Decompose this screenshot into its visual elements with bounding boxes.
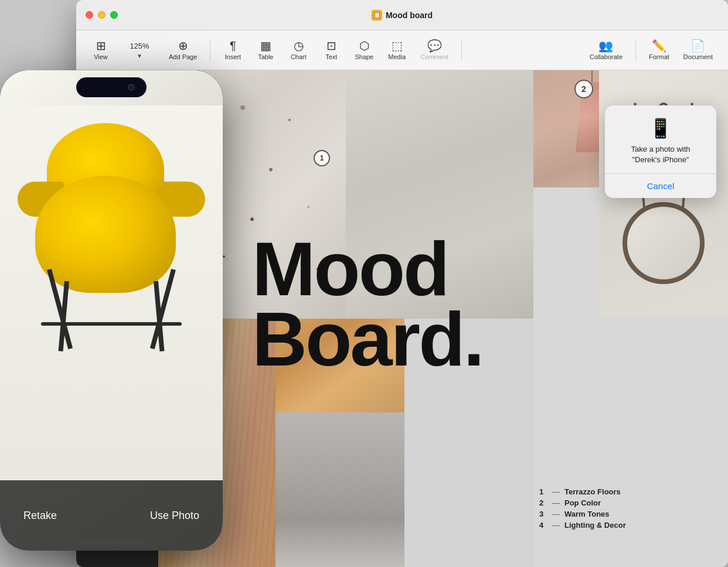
iphone-body: Retake Use Photo bbox=[0, 70, 223, 551]
legend-dash-1: — bbox=[552, 487, 560, 496]
view-button[interactable]: ⊞ View bbox=[86, 36, 116, 64]
app-icon: 📋 bbox=[372, 10, 382, 21]
iphone-overlay: Retake Use Photo bbox=[0, 70, 229, 565]
legend-num-3: 3 bbox=[539, 510, 547, 518]
format-button[interactable]: ✏️ Format bbox=[643, 36, 675, 64]
media-icon: ⬚ bbox=[392, 40, 403, 52]
toolbar-separator-2 bbox=[461, 40, 462, 61]
add-page-icon: ⊕ bbox=[178, 40, 188, 52]
chart-button[interactable]: ◷ Chart bbox=[283, 36, 314, 64]
text-button[interactable]: ⊡ Text bbox=[316, 36, 346, 64]
insert-button[interactable]: ¶ Insert bbox=[217, 36, 248, 64]
chart-icon: ◷ bbox=[294, 40, 304, 52]
legend-text-2: Pop Color bbox=[564, 498, 601, 507]
lamp-cord bbox=[591, 70, 593, 82]
legend-dash-2: — bbox=[552, 498, 560, 507]
document-label: Document bbox=[683, 53, 713, 60]
popup-title: Take a photo with"Derek's iPhone" bbox=[631, 144, 690, 165]
format-icon: ✏️ bbox=[652, 40, 666, 52]
chart-label: Chart bbox=[291, 53, 307, 60]
zoom-chevron-icon: ▼ bbox=[137, 53, 142, 59]
iphone-notch bbox=[76, 77, 147, 97]
legend-num-2: 2 bbox=[539, 498, 547, 507]
comment-label: Comment bbox=[420, 53, 448, 60]
maximize-button[interactable] bbox=[110, 11, 118, 19]
insert-label: Insert bbox=[225, 53, 241, 60]
chair-seat bbox=[35, 176, 176, 293]
legend-text-4: Lighting & Decor bbox=[564, 521, 626, 530]
media-label: Media bbox=[388, 53, 406, 60]
legend-item-2: 2 — Pop Color bbox=[539, 498, 626, 507]
window-title-area: 📋 Mood board bbox=[372, 10, 433, 21]
toolbar-separator-3 bbox=[635, 40, 636, 61]
document-button[interactable]: 📄 Document bbox=[678, 36, 719, 64]
table-icon: ▦ bbox=[260, 40, 271, 52]
mirror-circle bbox=[622, 202, 705, 284]
insert-icon: ¶ bbox=[230, 40, 236, 52]
shape-icon: ⬡ bbox=[359, 40, 369, 52]
close-button[interactable] bbox=[86, 11, 93, 19]
minimize-button[interactable] bbox=[98, 11, 106, 19]
page-badge-2: 2 bbox=[574, 80, 593, 98]
legend-list: 1 — Terrazzo Floors 2 — Pop Color 3 — Wa… bbox=[539, 487, 626, 532]
iphone-screen: Retake Use Photo bbox=[0, 70, 223, 551]
shape-label: Shape bbox=[355, 53, 373, 60]
zoom-button[interactable]: 125% ▼ bbox=[118, 38, 161, 63]
chair-crossbar bbox=[41, 322, 182, 326]
legend-dash-4: — bbox=[552, 521, 560, 530]
view-label: View bbox=[94, 53, 108, 60]
collaborate-button[interactable]: 👥 Collaborate bbox=[584, 36, 628, 64]
traffic-lights bbox=[86, 11, 118, 19]
page-badge-1: 1 bbox=[314, 150, 330, 166]
legend-item-3: 3 — Warm Tones bbox=[539, 510, 626, 518]
shape-button[interactable]: ⬡ Shape bbox=[349, 36, 379, 64]
document-icon: 📄 bbox=[690, 40, 705, 52]
collaborate-icon: 👥 bbox=[598, 40, 613, 52]
legend-num-4: 4 bbox=[539, 521, 547, 530]
legend-item-4: 4 — Lighting & Decor bbox=[539, 521, 626, 530]
iphone-popup[interactable]: 📱 Take a photo with"Derek's iPhone" Canc… bbox=[605, 105, 716, 198]
table-label: Table bbox=[258, 53, 273, 60]
legend-item-1: 1 — Terrazzo Floors bbox=[539, 487, 626, 496]
toolbar: ⊞ View 125% ▼ ⊕ Add Page ¶ Insert ▦ Tabl… bbox=[76, 30, 728, 70]
iphone-photo bbox=[0, 70, 223, 551]
collaborate-label: Collaborate bbox=[590, 53, 622, 60]
zoom-label: 125% bbox=[130, 42, 149, 50]
comment-button[interactable]: 💬 Comment bbox=[414, 36, 454, 64]
page-badge-1-label: 1 bbox=[320, 154, 324, 162]
format-label: Format bbox=[649, 53, 669, 60]
stone-image bbox=[346, 70, 533, 319]
table-button[interactable]: ▦ Table bbox=[250, 36, 281, 64]
iphone-front-camera bbox=[128, 84, 135, 91]
retake-button[interactable]: Retake bbox=[23, 510, 57, 522]
legend-num-1: 1 bbox=[539, 487, 547, 496]
rug-image bbox=[275, 410, 404, 567]
toolbar-separator-1 bbox=[210, 40, 210, 61]
add-page-button[interactable]: ⊕ Add Page bbox=[163, 36, 203, 64]
media-button[interactable]: ⬚ Media bbox=[382, 36, 412, 64]
sofa-image bbox=[275, 319, 404, 412]
text-icon: ⊡ bbox=[326, 40, 336, 52]
window-title: Mood board bbox=[386, 11, 433, 20]
page-badge-2-label: 2 bbox=[581, 84, 586, 94]
title-bar: 📋 Mood board bbox=[76, 0, 728, 30]
popup-phone-icon: 📱 bbox=[649, 117, 672, 139]
use-photo-button[interactable]: Use Photo bbox=[150, 510, 199, 522]
legend-text-1: Terrazzo Floors bbox=[564, 487, 621, 496]
text-label: Text bbox=[325, 53, 337, 60]
add-page-label: Add Page bbox=[169, 53, 197, 60]
view-icon: ⊞ bbox=[96, 40, 106, 52]
toolbar-view-group: ⊞ View bbox=[86, 36, 116, 64]
legend-text-3: Warm Tones bbox=[564, 510, 610, 518]
popup-content: 📱 Take a photo with"Derek's iPhone" bbox=[605, 105, 716, 165]
legend-dash-3: — bbox=[552, 510, 560, 518]
popup-cancel-button[interactable]: Cancel bbox=[605, 174, 716, 198]
comment-icon: 💬 bbox=[427, 40, 442, 52]
iphone-bottom-bar: Retake Use Photo bbox=[0, 480, 223, 551]
